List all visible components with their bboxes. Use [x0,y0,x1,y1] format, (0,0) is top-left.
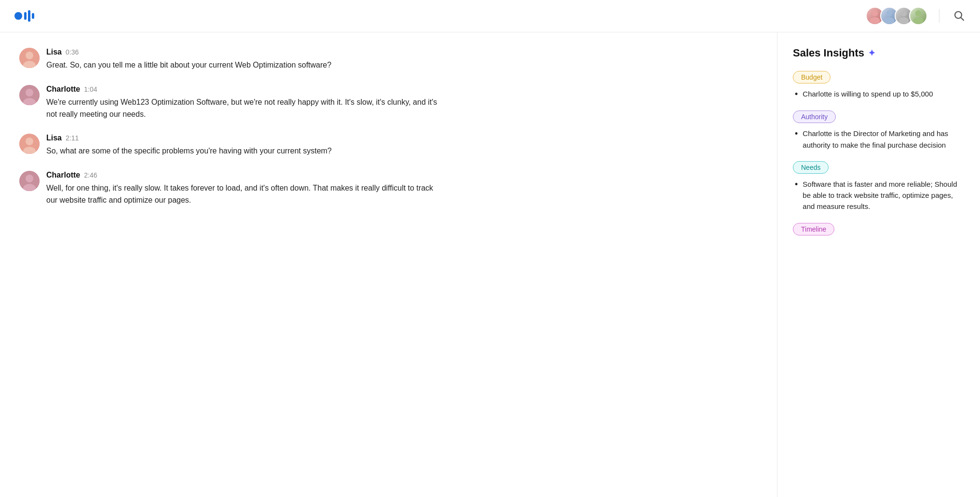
svg-point-15 [26,52,33,59]
msg-content: Lisa0:36Great. So, can you tell me a lit… [46,48,331,71]
msg-text: Great. So, can you tell me a little bit … [46,59,331,71]
message-block: Lisa0:36Great. So, can you tell me a lit… [19,48,758,71]
search-icon [953,10,965,21]
msg-avatar-0 [19,48,40,68]
chat-panel: Lisa0:36Great. So, can you tell me a lit… [0,32,777,497]
message-block: Charlotte2:46Well, for one thing, it's r… [19,171,758,207]
insight-item-text: Charlotte is willing to spend up to $5,0… [803,88,933,100]
insights-title: Sales Insights✦ [793,47,965,59]
msg-content: Charlotte1:04We're currently using Web12… [46,85,442,121]
msg-header: Charlotte1:04 [46,85,442,94]
msg-speaker-name: Lisa [46,48,62,56]
bullet-point: • [795,89,798,100]
insight-section-needs: Needs•Software that is faster and more r… [793,161,965,212]
svg-point-0 [14,12,22,20]
msg-header: Lisa0:36 [46,48,331,56]
msg-header: Charlotte2:46 [46,171,442,179]
insight-item-text: Software that is faster and more reliabl… [803,179,965,212]
insight-tag-authority: Authority [793,110,836,123]
msg-text: We're currently using Web123 Optimizatio… [46,97,442,121]
msg-text: Well, for one thing, it's really slow. I… [46,182,442,207]
svg-point-12 [955,12,962,18]
participant-avatars [866,7,927,25]
insight-item: •Charlotte is the Director of Marketing … [793,128,965,151]
msg-avatar-1 [19,85,40,105]
msg-avatar-2 [19,134,40,154]
msg-content: Charlotte2:46Well, for one thing, it's r… [46,171,442,207]
msg-speaker-name: Charlotte [46,85,80,94]
msg-content: Lisa2:11So, what are some of the specifi… [46,134,332,157]
svg-point-5 [870,17,880,24]
msg-text: So, what are some of the specific proble… [46,145,332,157]
avatar-face [19,134,40,154]
insight-tag-timeline: Timeline [793,223,834,235]
svg-point-11 [913,17,923,24]
avatar-face [19,85,40,105]
svg-rect-2 [28,10,30,22]
msg-avatar-3 [19,171,40,191]
insight-section-budget: Budget•Charlotte is willing to spend up … [793,71,965,100]
insight-section-timeline: Timeline [793,223,965,240]
insight-item: •Software that is faster and more reliab… [793,179,965,212]
header-right [866,7,966,25]
avatar-face [19,171,40,191]
sparkle-icon: ✦ [868,48,875,58]
logo-svg [14,7,39,25]
msg-speaker-name: Lisa [46,134,62,142]
msg-speaker-name: Charlotte [46,171,80,179]
svg-point-7 [884,17,894,24]
msg-timestamp: 2:46 [84,171,97,179]
msg-header: Lisa2:11 [46,134,332,142]
insight-tag-budget: Budget [793,71,830,83]
message-block: Lisa2:11So, what are some of the specifi… [19,134,758,157]
avatar-participant-4 [909,7,927,25]
app-logo [14,7,39,25]
insight-section-authority: Authority•Charlotte is the Director of M… [793,110,965,151]
svg-rect-1 [24,12,27,20]
avatar-face [19,48,40,68]
app-header [0,0,980,32]
insight-item: •Charlotte is willing to spend up to $5,… [793,88,965,100]
svg-rect-3 [32,13,34,19]
msg-timestamp: 0:36 [66,48,79,56]
svg-point-4 [872,10,878,16]
bullet-point: • [795,179,798,212]
svg-line-13 [961,18,964,20]
avatar-img [910,8,926,24]
svg-point-21 [26,138,33,145]
insight-item-text: Charlotte is the Director of Marketing a… [803,128,965,151]
svg-point-10 [915,10,922,16]
main-layout: Lisa0:36Great. So, can you tell me a lit… [0,32,980,497]
insights-title-text: Sales Insights [793,47,864,59]
msg-timestamp: 2:11 [66,134,79,142]
insight-tag-needs: Needs [793,161,829,174]
search-button[interactable] [951,8,966,25]
message-block: Charlotte1:04We're currently using Web12… [19,85,758,121]
svg-point-24 [26,175,33,182]
bullet-point: • [795,128,798,151]
svg-point-8 [901,10,907,16]
svg-point-6 [886,10,893,16]
msg-timestamp: 1:04 [84,85,97,93]
header-left [14,7,45,25]
insights-panel: Sales Insights✦Budget•Charlotte is willi… [777,32,980,497]
svg-point-9 [898,17,909,24]
svg-point-18 [26,89,33,97]
header-divider [939,9,939,23]
